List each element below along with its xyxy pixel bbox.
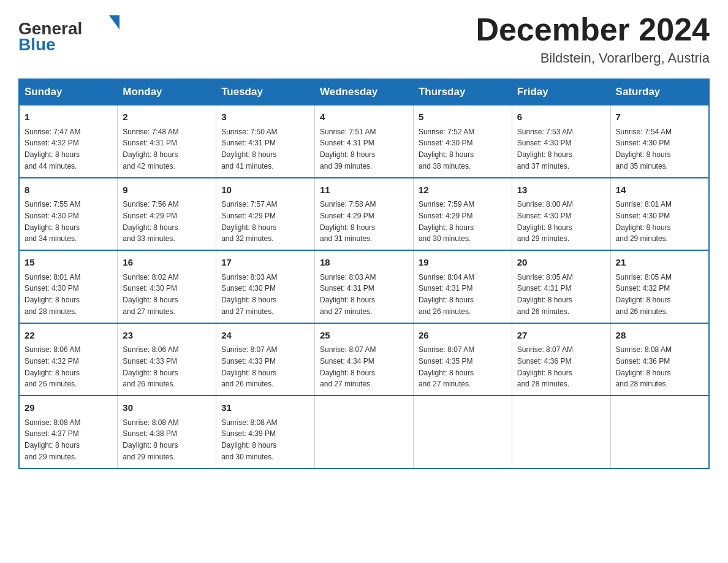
calendar-day: 9 Sunrise: 7:56 AMSunset: 4:29 PMDayligh… [118, 178, 216, 251]
logo-area: General Blue [18, 12, 123, 55]
calendar-day: 12 Sunrise: 7:59 AMSunset: 4:29 PMDaylig… [413, 178, 512, 251]
col-saturday: Saturday [610, 79, 709, 105]
day-number: 8 [25, 183, 112, 197]
title-area: December 2024 Bildstein, Vorarlberg, Aus… [476, 12, 710, 66]
calendar-day: 15 Sunrise: 8:01 AMSunset: 4:30 PMDaylig… [19, 250, 118, 323]
day-info: Sunrise: 8:06 AMSunset: 4:33 PMDaylight:… [123, 345, 178, 388]
day-number: 17 [221, 256, 309, 270]
day-number: 23 [123, 329, 211, 343]
day-info: Sunrise: 7:51 AMSunset: 4:31 PMDaylight:… [320, 128, 376, 170]
month-title: December 2024 [476, 12, 710, 47]
calendar-day: 3 Sunrise: 7:50 AMSunset: 4:31 PMDayligh… [216, 105, 315, 178]
day-number: 28 [616, 329, 703, 343]
page-header: General Blue December 2024 Bildstein, Vo… [18, 12, 710, 66]
day-info: Sunrise: 8:07 AMSunset: 4:36 PMDaylight:… [517, 345, 573, 388]
day-number: 10 [221, 183, 309, 197]
day-number: 16 [123, 256, 211, 270]
day-number: 25 [320, 329, 408, 343]
calendar-day [413, 396, 512, 469]
calendar-day: 6 Sunrise: 7:53 AMSunset: 4:30 PMDayligh… [512, 105, 610, 178]
day-info: Sunrise: 8:02 AMSunset: 4:30 PMDaylight:… [123, 273, 178, 316]
day-info: Sunrise: 7:50 AMSunset: 4:31 PMDaylight:… [221, 128, 277, 170]
calendar-day: 10 Sunrise: 7:57 AMSunset: 4:29 PMDaylig… [216, 178, 315, 251]
day-number: 18 [320, 256, 408, 270]
svg-text:Blue: Blue [18, 35, 56, 54]
calendar-day: 13 Sunrise: 8:00 AMSunset: 4:30 PMDaylig… [512, 178, 610, 251]
calendar-day: 25 Sunrise: 8:07 AMSunset: 4:34 PMDaylig… [315, 323, 414, 396]
calendar-day: 5 Sunrise: 7:52 AMSunset: 4:30 PMDayligh… [413, 105, 512, 178]
calendar-week-2: 8 Sunrise: 7:55 AMSunset: 4:30 PMDayligh… [19, 178, 709, 251]
day-number: 5 [419, 110, 507, 124]
calendar-day [512, 396, 610, 469]
day-info: Sunrise: 8:08 AMSunset: 4:36 PMDaylight:… [616, 345, 672, 388]
col-monday: Monday [118, 79, 216, 105]
day-info: Sunrise: 7:56 AMSunset: 4:29 PMDaylight:… [123, 200, 178, 243]
day-number: 9 [123, 183, 211, 197]
day-info: Sunrise: 8:01 AMSunset: 4:30 PMDaylight:… [25, 273, 80, 316]
day-number: 20 [517, 256, 605, 270]
calendar-day: 8 Sunrise: 7:55 AMSunset: 4:30 PMDayligh… [19, 178, 118, 251]
day-number: 14 [616, 183, 703, 197]
calendar-week-5: 29 Sunrise: 8:08 AMSunset: 4:37 PMDaylig… [19, 396, 709, 469]
day-info: Sunrise: 8:05 AMSunset: 4:31 PMDaylight:… [517, 273, 573, 316]
calendar-day: 23 Sunrise: 8:06 AMSunset: 4:33 PMDaylig… [118, 323, 216, 396]
day-info: Sunrise: 8:08 AMSunset: 4:37 PMDaylight:… [25, 418, 80, 461]
day-number: 1 [25, 110, 112, 124]
day-number: 29 [25, 401, 112, 415]
day-info: Sunrise: 7:59 AMSunset: 4:29 PMDaylight:… [419, 200, 474, 243]
day-info: Sunrise: 8:06 AMSunset: 4:32 PMDaylight:… [25, 345, 80, 388]
calendar-day: 20 Sunrise: 8:05 AMSunset: 4:31 PMDaylig… [512, 250, 610, 323]
day-info: Sunrise: 8:08 AMSunset: 4:39 PMDaylight:… [221, 418, 277, 461]
calendar-day: 17 Sunrise: 8:03 AMSunset: 4:30 PMDaylig… [216, 250, 315, 323]
calendar-day: 18 Sunrise: 8:03 AMSunset: 4:31 PMDaylig… [315, 250, 414, 323]
col-sunday: Sunday [19, 79, 118, 105]
col-tuesday: Tuesday [216, 79, 315, 105]
day-info: Sunrise: 8:05 AMSunset: 4:32 PMDaylight:… [616, 273, 672, 316]
day-info: Sunrise: 7:48 AMSunset: 4:31 PMDaylight:… [123, 128, 178, 170]
day-number: 21 [616, 256, 703, 270]
day-number: 30 [123, 401, 211, 415]
logo-svg: General Blue [18, 12, 123, 55]
day-info: Sunrise: 7:47 AMSunset: 4:32 PMDaylight:… [25, 128, 80, 170]
calendar-day: 26 Sunrise: 8:07 AMSunset: 4:35 PMDaylig… [413, 323, 512, 396]
calendar-day: 11 Sunrise: 7:58 AMSunset: 4:29 PMDaylig… [315, 178, 414, 251]
calendar-week-1: 1 Sunrise: 7:47 AMSunset: 4:32 PMDayligh… [19, 105, 709, 178]
calendar-day: 21 Sunrise: 8:05 AMSunset: 4:32 PMDaylig… [610, 250, 709, 323]
calendar-day: 16 Sunrise: 8:02 AMSunset: 4:30 PMDaylig… [118, 250, 216, 323]
calendar-day: 30 Sunrise: 8:08 AMSunset: 4:38 PMDaylig… [118, 396, 216, 469]
day-number: 4 [320, 110, 408, 124]
calendar-day: 1 Sunrise: 7:47 AMSunset: 4:32 PMDayligh… [19, 105, 118, 178]
calendar-day: 28 Sunrise: 8:08 AMSunset: 4:36 PMDaylig… [610, 323, 709, 396]
day-info: Sunrise: 8:04 AMSunset: 4:31 PMDaylight:… [419, 273, 474, 316]
calendar-day: 27 Sunrise: 8:07 AMSunset: 4:36 PMDaylig… [512, 323, 610, 396]
day-number: 11 [320, 183, 408, 197]
calendar-day: 7 Sunrise: 7:54 AMSunset: 4:30 PMDayligh… [610, 105, 709, 178]
calendar-day [315, 396, 414, 469]
day-info: Sunrise: 8:07 AMSunset: 4:33 PMDaylight:… [221, 345, 277, 388]
calendar-week-3: 15 Sunrise: 8:01 AMSunset: 4:30 PMDaylig… [19, 250, 709, 323]
calendar-day: 31 Sunrise: 8:08 AMSunset: 4:39 PMDaylig… [216, 396, 315, 469]
day-number: 7 [616, 110, 703, 124]
col-wednesday: Wednesday [315, 79, 414, 105]
day-info: Sunrise: 7:57 AMSunset: 4:29 PMDaylight:… [221, 200, 277, 243]
day-info: Sunrise: 8:01 AMSunset: 4:30 PMDaylight:… [616, 200, 672, 243]
calendar-day [610, 396, 709, 469]
calendar-day: 22 Sunrise: 8:06 AMSunset: 4:32 PMDaylig… [19, 323, 118, 396]
location-subtitle: Bildstein, Vorarlberg, Austria [476, 50, 710, 66]
svg-marker-1 [109, 15, 119, 29]
day-number: 26 [419, 329, 507, 343]
day-info: Sunrise: 8:03 AMSunset: 4:31 PMDaylight:… [320, 273, 376, 316]
calendar-day: 2 Sunrise: 7:48 AMSunset: 4:31 PMDayligh… [118, 105, 216, 178]
day-info: Sunrise: 8:07 AMSunset: 4:34 PMDaylight:… [320, 345, 376, 388]
calendar-day: 24 Sunrise: 8:07 AMSunset: 4:33 PMDaylig… [216, 323, 315, 396]
calendar-day: 19 Sunrise: 8:04 AMSunset: 4:31 PMDaylig… [413, 250, 512, 323]
calendar-header-row: Sunday Monday Tuesday Wednesday Thursday… [19, 79, 709, 105]
day-number: 2 [123, 110, 211, 124]
day-info: Sunrise: 7:54 AMSunset: 4:30 PMDaylight:… [616, 128, 672, 170]
day-info: Sunrise: 8:03 AMSunset: 4:30 PMDaylight:… [221, 273, 277, 316]
day-number: 12 [419, 183, 507, 197]
calendar-day: 4 Sunrise: 7:51 AMSunset: 4:31 PMDayligh… [315, 105, 414, 178]
day-info: Sunrise: 7:52 AMSunset: 4:30 PMDaylight:… [419, 128, 474, 170]
calendar-table: Sunday Monday Tuesday Wednesday Thursday… [18, 79, 710, 469]
day-info: Sunrise: 8:07 AMSunset: 4:35 PMDaylight:… [419, 345, 474, 388]
